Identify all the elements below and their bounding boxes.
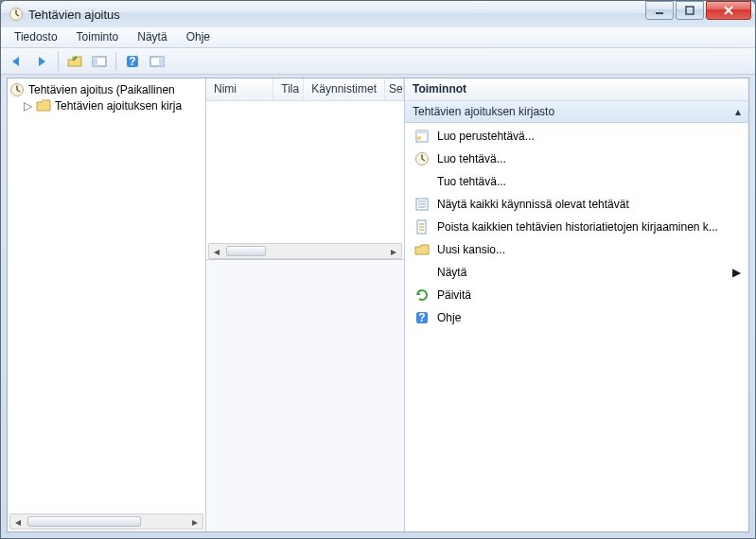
scroll-thumb[interactable] [27,516,141,527]
titlebar[interactable]: Tehtävien ajoitus [1,1,755,27]
tree-root-label: Tehtävien ajoitus (Paikallinen [28,83,175,96]
forward-button[interactable] [31,51,52,72]
actions-section-label: Tehtävien ajoituksen kirjasto [413,105,554,118]
action-item-2[interactable]: Tuo tehtävä... [405,170,748,193]
tree-pane: Tehtävien ajoitus (Paikallinen ▷ Tehtävi… [8,78,206,531]
submenu-arrow-icon: ▶ [732,266,741,279]
doc-icon [414,219,430,235]
action-item-label: Uusi kansio... [437,243,505,256]
actions-list: Luo perustehtävä...Luo tehtävä...Tuo teh… [405,123,748,531]
window-buttons [645,5,751,24]
list-pane: Nimi Tila Käynnistimet Se ◂ ▸ [206,78,405,531]
scroll-right-icon[interactable]: ▸ [386,244,401,258]
svg-text:?: ? [418,311,425,324]
action-item-label: Päivitä [437,288,471,302]
menubar: Tiedosto Toiminto Näytä Ohje [1,27,755,48]
up-button[interactable] [64,51,85,72]
action-item-label: Poista kaikkien tehtävien historiatietoj… [437,220,718,234]
toolbar-separator [58,52,59,71]
action-item-5[interactable]: Uusi kansio... [405,238,748,261]
action-item-label: Luo perustehtävä... [437,130,535,143]
svg-rect-12 [159,57,164,66]
tree-library[interactable]: ▷ Tehtävien ajoituksen kirja [9,98,203,113]
action-item-0[interactable]: Luo perustehtävä... [405,125,748,148]
folder-icon [414,242,430,257]
list-icon [414,197,430,212]
window-title: Tehtävien ajoitus [28,8,645,22]
collapse-icon[interactable]: ▴ [735,105,741,118]
client-area: Tehtävien ajoitus (Paikallinen ▷ Tehtävi… [7,78,749,532]
scroll-left-icon[interactable]: ◂ [209,244,224,258]
clock-icon [414,151,430,166]
menu-action[interactable]: Toiminto [67,27,129,47]
tree-hscrollbar[interactable]: ◂ ▸ [9,513,203,530]
task-detail-body [206,259,404,531]
col-name[interactable]: Nimi [206,78,273,100]
tree-library-label: Tehtävien ajoituksen kirja [55,99,182,113]
action-item-6[interactable]: Näytä▶ [405,261,748,284]
maximize-button[interactable] [676,1,704,20]
svg-rect-4 [686,7,694,14]
toolbar-separator [115,52,116,71]
help-button[interactable]: ? [122,51,143,72]
window: Tehtävien ajoitus Tiedosto Toiminto Näyt… [0,0,756,539]
actions-pane: Toiminnot Tehtävien ajoituksen kirjasto … [405,78,748,531]
col-next[interactable]: Se [385,78,404,100]
action-item-label: Näytä [437,266,466,279]
actions-section-header[interactable]: Tehtävien ajoituksen kirjasto ▴ [405,101,748,123]
column-headers: Nimi Tila Käynnistimet Se [206,78,404,101]
list-hscrollbar[interactable]: ◂ ▸ [208,243,402,259]
col-triggers[interactable]: Käynnistimet [304,78,385,100]
svg-point-18 [417,136,421,140]
action-item-label: Näytä kaikki käynnissä olevat tehtävät [437,198,629,211]
back-button[interactable] [7,51,27,72]
help-icon: ? [414,310,430,325]
minimize-button[interactable] [645,1,674,20]
toolbar: ? [1,48,755,75]
blank-icon [414,265,430,280]
wizard-icon [414,129,430,144]
tree-view[interactable]: Tehtävien ajoitus (Paikallinen ▷ Tehtävi… [8,78,205,531]
actions-header: Toiminnot [405,78,748,101]
blank-icon [414,174,430,189]
show-hide-action-button[interactable] [147,51,167,72]
svg-rect-8 [93,57,97,66]
action-item-1[interactable]: Luo tehtävä... [405,148,748,170]
refresh-icon [414,287,430,303]
action-item-7[interactable]: Päivitä [405,284,748,306]
clock-icon [9,82,25,97]
menu-help[interactable]: Ohje [177,27,220,47]
svg-text:?: ? [129,55,135,68]
action-item-label: Tuo tehtävä... [437,175,506,188]
action-item-label: Ohje [437,311,461,324]
expander-icon[interactable]: ▷ [23,99,32,113]
svg-rect-17 [416,130,428,133]
menu-file[interactable]: Tiedosto [5,27,67,47]
action-item-label: Luo tehtävä... [437,152,506,165]
svg-rect-3 [656,12,663,14]
tree-root[interactable]: Tehtävien ajoitus (Paikallinen [9,81,203,98]
action-item-8[interactable]: ?Ohje [405,306,748,329]
scroll-left-icon[interactable]: ◂ [10,514,26,529]
folder-icon [36,99,51,113]
scroll-thumb[interactable] [226,246,266,256]
col-state[interactable]: Tila [273,78,304,100]
app-icon [9,7,24,22]
show-hide-tree-button[interactable] [89,51,110,72]
action-item-4[interactable]: Poista kaikkien tehtävien historiatietoj… [405,216,748,238]
scroll-right-icon[interactable]: ▸ [187,514,202,529]
task-list-body[interactable]: ◂ ▸ [206,101,404,259]
menu-view[interactable]: Näytä [128,27,176,47]
action-item-3[interactable]: Näytä kaikki käynnissä olevat tehtävät [405,193,748,216]
close-button[interactable] [706,1,751,20]
